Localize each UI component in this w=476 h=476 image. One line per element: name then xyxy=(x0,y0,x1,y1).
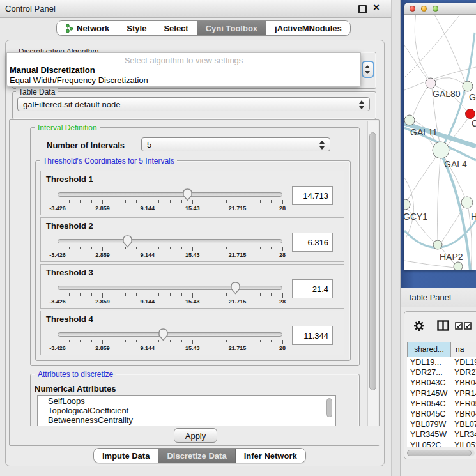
apply-strip: Apply xyxy=(10,426,380,445)
threshold-panel: Threshold 2-3.4262.8599.14415.4321.71528… xyxy=(40,217,344,262)
threshold-list: Threshold 1-3.4262.8599.14415.4321.71528… xyxy=(40,171,344,357)
tick-label: 15.43 xyxy=(185,252,200,258)
table-row[interactable]: YDL19...YDL19... xyxy=(407,357,476,367)
tab-style[interactable]: Style xyxy=(118,21,155,35)
network-node[interactable] xyxy=(433,142,449,158)
tab-label: jActiveMNodules xyxy=(275,24,342,33)
numerical-attributes-list[interactable]: SelfLoopsTopologicalCoefficientBetweenne… xyxy=(37,395,336,427)
number-of-intervals-combobox[interactable]: 5 xyxy=(141,137,330,151)
tab-cyni-toolbox[interactable]: Cyni Toolbox xyxy=(197,21,266,35)
network-node-label: HAP2 xyxy=(440,252,463,262)
settings-scrollbar[interactable] xyxy=(367,121,378,427)
network-edge[interactable] xyxy=(408,157,436,200)
network-node[interactable] xyxy=(426,78,436,88)
network-node-label: GAL11 xyxy=(410,127,438,137)
attributes-group-title: Attributes to discretize xyxy=(35,370,116,379)
attribute-item[interactable]: BetweennessCentrality xyxy=(38,415,335,425)
tick-label: -3.426 xyxy=(49,345,66,351)
table-hscrollbar[interactable] xyxy=(407,450,475,456)
table-row[interactable]: YLR345WYLR345W xyxy=(407,429,476,440)
network-edge[interactable] xyxy=(415,15,429,79)
threshold-label: Threshold 2 xyxy=(46,221,93,231)
tab-impute-data[interactable]: Impute Data xyxy=(94,449,158,463)
algorithm-combobox[interactable] xyxy=(362,61,374,78)
tab-infer-network[interactable]: Infer Network xyxy=(236,449,305,463)
table-row[interactable]: YIL052CYIL052C xyxy=(407,440,476,448)
algorithm-option[interactable]: Equal Width/Frequency Discretization xyxy=(9,75,355,86)
threshold-slider-thumb[interactable] xyxy=(122,234,133,248)
table-header-shared-name[interactable]: shared... xyxy=(407,342,451,357)
attributes-list-scrollbar[interactable] xyxy=(326,398,332,417)
checkbox-checked-icon[interactable] xyxy=(455,322,463,330)
cell-name: YDR27... xyxy=(454,368,476,377)
float-window-icon[interactable] xyxy=(358,5,367,13)
network-edge[interactable] xyxy=(434,78,463,84)
network-node[interactable] xyxy=(404,199,410,210)
table-row[interactable]: YER054CYER054C xyxy=(407,399,476,409)
threshold-slider-thumb[interactable] xyxy=(182,188,193,201)
tick-label: 9.144 xyxy=(141,345,155,351)
network-node[interactable] xyxy=(466,109,475,119)
attribute-item[interactable]: SelfLoops xyxy=(38,396,335,406)
network-canvas[interactable]: GAL80GALCGAL11GAL4GCY1HHAP2 xyxy=(404,15,476,270)
network-edge[interactable] xyxy=(438,158,441,240)
threshold-value-field[interactable]: 21.4 xyxy=(292,279,333,298)
cell-shared-name: YBL079W xyxy=(410,420,446,429)
table-row[interactable]: YBL079WYBL079W xyxy=(407,419,476,429)
tick-label: -3.426 xyxy=(49,252,66,258)
cell-name: YIL052C xyxy=(454,441,476,448)
tab-label: Impute Data xyxy=(102,451,150,461)
tick-label: 15.43 xyxy=(185,345,200,351)
threshold-slider-thumb[interactable] xyxy=(230,281,241,295)
panel-splitter[interactable] xyxy=(391,0,401,476)
network-node[interactable] xyxy=(454,262,463,270)
algorithm-dropdown-popup: Select algorithm to view settings Manual… xyxy=(6,52,361,87)
threshold-value-field[interactable]: 11.344 xyxy=(292,326,333,345)
network-edge[interactable] xyxy=(413,87,427,116)
tick-label: 2.859 xyxy=(95,298,110,305)
tab-network[interactable]: Network xyxy=(57,21,118,35)
algorithm-option[interactable]: Manual Discretization xyxy=(9,65,355,75)
tab-select[interactable]: Select xyxy=(155,21,197,35)
network-edge[interactable] xyxy=(404,15,462,77)
tab-discretize-data[interactable]: Discretize Data xyxy=(158,449,235,463)
threshold-slider-track[interactable] xyxy=(58,286,282,290)
attribute-item[interactable]: TopologicalCoefficient xyxy=(38,406,335,415)
split-columns-icon[interactable] xyxy=(437,320,449,331)
threshold-value-field[interactable]: 6.316 xyxy=(292,233,333,252)
table-header-name[interactable]: na xyxy=(451,342,476,357)
network-node[interactable] xyxy=(433,240,442,249)
network-node[interactable] xyxy=(461,197,473,208)
close-icon[interactable]: × xyxy=(371,1,381,15)
tick-label: 2.859 xyxy=(95,252,110,258)
apply-button[interactable]: Apply xyxy=(174,428,217,443)
gear-icon[interactable] xyxy=(413,319,426,332)
table-row[interactable]: YBR045CYBR045C xyxy=(407,409,476,419)
threshold-slider-thumb[interactable] xyxy=(158,328,169,341)
settings-scrollbar-thumb[interactable] xyxy=(369,132,376,390)
threshold-slider-track[interactable] xyxy=(58,332,282,337)
threshold-slider-track[interactable] xyxy=(58,192,282,197)
table-row[interactable]: YPR145WYPR145W xyxy=(407,388,476,399)
table-row[interactable]: YDR27...YDR27... xyxy=(407,367,476,378)
threshold-value-field[interactable]: 14.713 xyxy=(292,186,333,205)
table-panel-title: Table Panel xyxy=(408,293,451,302)
combo-arrows-icon xyxy=(365,65,371,74)
tab-jactivemnodules[interactable]: jActiveMNodules xyxy=(266,21,350,35)
checkbox-checked-icon[interactable] xyxy=(464,322,472,330)
tick-label: 28 xyxy=(279,252,286,258)
threshold-slider-track[interactable] xyxy=(58,239,282,243)
network-node[interactable] xyxy=(463,81,473,91)
table-panel-titlebar: Table Panel xyxy=(401,288,476,307)
close-light-red[interactable] xyxy=(410,6,415,12)
table-row[interactable]: YBR043CYBR043C xyxy=(407,378,476,388)
cell-shared-name: YDL19... xyxy=(410,358,441,367)
network-edge[interactable] xyxy=(404,45,427,79)
network-node-label: GAL xyxy=(469,92,476,102)
network-node[interactable] xyxy=(404,115,415,125)
zoom-light-green[interactable] xyxy=(433,6,438,12)
table-hscrollbar-thumb[interactable] xyxy=(407,450,472,456)
tick-label: 28 xyxy=(279,298,286,305)
minimize-light-yellow[interactable] xyxy=(421,6,427,12)
network-edge[interactable] xyxy=(433,15,465,82)
